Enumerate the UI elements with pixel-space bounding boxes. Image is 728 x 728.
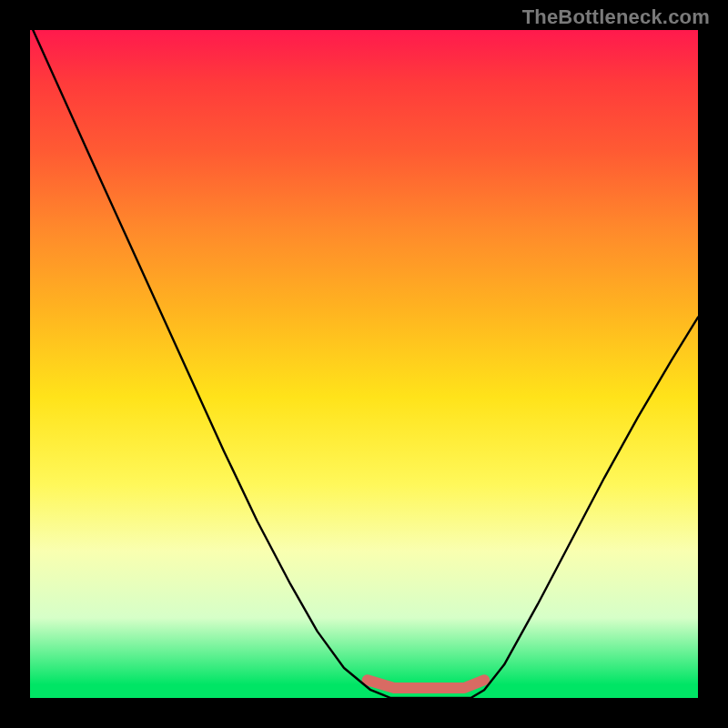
watermark-text: TheBottleneck.com — [522, 5, 710, 29]
chart-frame: TheBottleneck.com — [0, 0, 728, 728]
plot-area — [30, 30, 698, 698]
curve-layer — [30, 30, 698, 698]
bottleneck-curve — [30, 30, 698, 698]
flat-band-marker — [368, 680, 484, 688]
